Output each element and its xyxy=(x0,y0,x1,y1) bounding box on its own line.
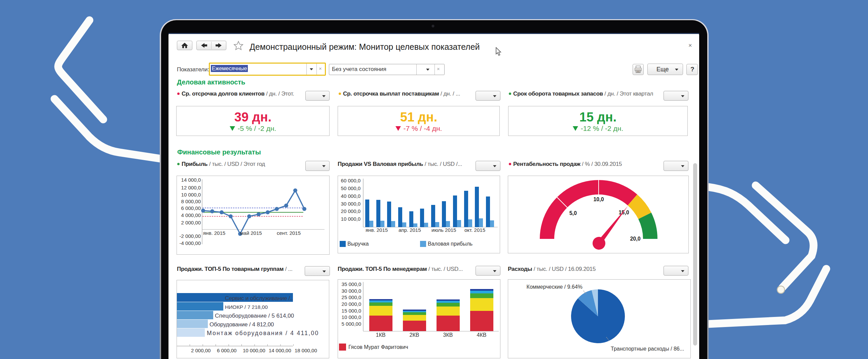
svg-text:июль 2015: июль 2015 xyxy=(432,227,456,233)
svg-text:15,0: 15,0 xyxy=(618,210,629,215)
svg-text:30 000,0: 30 000,0 xyxy=(341,201,361,207)
svg-text:50 000,0: 50 000,0 xyxy=(341,185,361,191)
svg-text:8 000,00: 8 000,00 xyxy=(181,199,201,204)
svg-text:10,0: 10,0 xyxy=(593,197,604,202)
svg-text:18 000,00: 18 000,00 xyxy=(294,348,317,353)
svg-text:6 000,00: 6 000,00 xyxy=(217,348,237,353)
svg-text:-4 000,00: -4 000,00 xyxy=(180,240,201,246)
svg-text:5 000,00: 5 000,00 xyxy=(342,321,361,327)
svg-text:5,0: 5,0 xyxy=(569,210,577,216)
svg-text:14 000,0: 14 000,0 xyxy=(181,177,201,183)
svg-text:10 000,0: 10 000,0 xyxy=(342,314,361,320)
svg-text:Транспортные расходы / 86...: Транспортные расходы / 86... xyxy=(611,346,684,352)
svg-text:Монтаж оборудования / 4 411,00: Монтаж оборудования / 4 411,00 xyxy=(207,330,319,336)
svg-text:25 000,0: 25 000,0 xyxy=(342,294,361,300)
svg-text:14 000,00: 14 000,00 xyxy=(269,348,291,353)
svg-text:Коммерческие / 9.64%: Коммерческие / 9.64% xyxy=(527,284,583,290)
svg-text:10 000,00: 10 000,00 xyxy=(243,348,265,353)
svg-text:4 000,00: 4 000,00 xyxy=(181,212,201,218)
svg-text:апр. 2015: апр. 2015 xyxy=(399,227,421,233)
svg-text:12 000,0: 12 000,0 xyxy=(181,185,201,190)
svg-text:20 000,0: 20 000,0 xyxy=(342,301,361,307)
svg-text:янв. 2015: янв. 2015 xyxy=(203,230,225,236)
svg-text:4КВ: 4КВ xyxy=(477,332,487,338)
svg-text:сент. 2015: сент. 2015 xyxy=(277,230,301,236)
svg-text:2 000,00: 2 000,00 xyxy=(191,348,211,353)
svg-text:40 000,0: 40 000,0 xyxy=(341,193,361,199)
svg-text:60 000,0: 60 000,0 xyxy=(341,178,361,183)
svg-text:10 000,0: 10 000,0 xyxy=(341,216,361,222)
svg-text:янв. 2015: янв. 2015 xyxy=(366,227,388,233)
svg-text:Оборудование / 4 812,00: Оборудование / 4 812,00 xyxy=(210,321,274,328)
svg-text:35 000,0: 35 000,0 xyxy=(342,281,361,287)
svg-text:май 2015: май 2015 xyxy=(240,230,262,236)
svg-text:Гясов Мурат Фаритович: Гясов Мурат Фаритович xyxy=(348,344,408,350)
svg-text:2 000,00: 2 000,00 xyxy=(181,220,201,226)
svg-text:30 000,0: 30 000,0 xyxy=(342,288,361,294)
svg-text:НИОКР / 7 218,00: НИОКР / 7 218,00 xyxy=(225,304,268,310)
svg-text:Спецоборудование / 5 614,00: Спецоборудование / 5 614,00 xyxy=(215,312,294,319)
svg-text:Сервис и обслуживание /..: Сервис и обслуживание /.. xyxy=(225,295,293,301)
svg-text:6 000,00: 6 000,00 xyxy=(181,205,201,211)
svg-text:1КВ: 1КВ xyxy=(376,332,386,338)
svg-text:3КВ: 3КВ xyxy=(443,332,453,338)
svg-text:15 000,0: 15 000,0 xyxy=(342,308,361,313)
svg-text:2КВ: 2КВ xyxy=(410,332,420,338)
svg-text:20 000,0: 20 000,0 xyxy=(341,208,361,214)
svg-text:10 000,0: 10 000,0 xyxy=(181,192,201,198)
svg-text:окт. 2015: окт. 2015 xyxy=(464,227,485,233)
svg-text:Выручка: Выручка xyxy=(347,241,369,247)
svg-text:20,0: 20,0 xyxy=(630,236,640,242)
svg-text:-2 000,00: -2 000,00 xyxy=(180,233,201,239)
svg-text:Валовая прибыль: Валовая прибыль xyxy=(428,241,472,247)
